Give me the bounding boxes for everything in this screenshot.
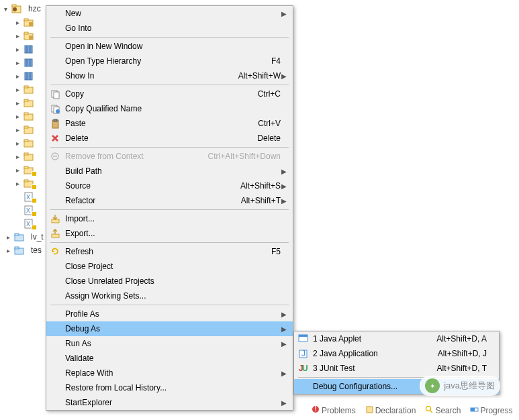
expand-icon[interactable]: ▾ <box>1 5 9 13</box>
context-menu-item-run-as[interactable]: Run As▶ <box>46 336 293 351</box>
expand-icon[interactable]: ▸ <box>13 32 21 40</box>
refresh-icon <box>49 246 61 257</box>
tree-item[interactable]: ▸ <box>0 136 47 150</box>
svg-rect-29 <box>24 153 28 155</box>
context-menu-item-startexplorer[interactable]: StartExplorer▶ <box>46 395 293 410</box>
tab-declaration[interactable]: Declaration <box>363 404 419 417</box>
context-menu-item-refactor[interactable]: RefactorAlt+Shift+T▶ <box>46 193 293 208</box>
debug-submenu-item-1-java-applet[interactable]: 1 Java AppletAlt+Shift+D, A <box>294 331 499 346</box>
tree-item[interactable]: ▸ <box>0 176 47 190</box>
tree-item[interactable]: ▸ <box>0 42 47 56</box>
separator <box>50 85 289 85</box>
separator <box>50 147 289 148</box>
context-menu-item-restore-from-local-history[interactable]: Restore from Local History... <box>46 380 293 395</box>
context-menu-item-refresh[interactable]: RefreshF5 <box>46 244 293 259</box>
expand-icon[interactable]: ▸ <box>13 72 21 80</box>
separator <box>50 305 289 305</box>
tab-problems[interactable]: !Problems <box>309 404 359 417</box>
separator <box>50 37 289 38</box>
context-menu-item-import[interactable]: Import... <box>46 211 293 226</box>
tree-item[interactable]: ▸ <box>0 83 47 96</box>
expand-icon[interactable]: ▸ <box>13 59 21 66</box>
expand-icon[interactable]: ▸ <box>13 166 21 174</box>
src-icon <box>23 30 35 41</box>
search-icon <box>425 405 434 416</box>
svg-rect-45 <box>54 92 59 99</box>
expand-icon[interactable]: ▸ <box>13 140 21 147</box>
context-menu-item-delete[interactable]: DeleteDelete <box>46 131 293 146</box>
svg-text:J: J <box>301 349 305 358</box>
context-menu-item-close-project[interactable]: Close Project <box>46 259 293 274</box>
context-menu: New▶Go IntoOpen in New WindowOpen Type H… <box>46 5 293 411</box>
tree-item[interactable]: ▸ <box>0 29 47 42</box>
context-menu-item-close-unrelated-projects[interactable]: Close Unrelated Projects <box>46 274 293 288</box>
svg-rect-62 <box>367 407 373 413</box>
debug-submenu-item-2-java-application[interactable]: J2 Java ApplicationAlt+Shift+D, J <box>294 346 499 361</box>
fld-icon <box>23 178 35 189</box>
context-menu-item-go-into[interactable]: Go Into <box>46 21 293 36</box>
tab-search[interactable]: Search <box>422 404 463 417</box>
context-menu-item-new[interactable]: New▶ <box>46 6 293 21</box>
tree-item[interactable]: ▸ <box>0 56 47 69</box>
context-menu-item-open-type-hierarchy[interactable]: Open Type HierarchyF4 <box>46 54 293 68</box>
svg-rect-52 <box>52 219 59 223</box>
decl-icon <box>365 405 374 416</box>
tree-item[interactable]: x <box>0 217 47 230</box>
context-menu-item-show-in[interactable]: Show InAlt+Shift+W▶ <box>46 68 293 83</box>
menu-shortcut: Alt+Shift+D, T <box>437 364 487 373</box>
context-menu-item-validate[interactable]: Validate <box>46 351 293 366</box>
tab-progress[interactable]: Progress <box>467 404 515 417</box>
expand-icon[interactable]: ▸ <box>13 126 21 134</box>
menu-label: Debug As <box>65 324 281 333</box>
context-menu-item-profile-as[interactable]: Profile As▶ <box>46 307 293 321</box>
blank-icon <box>49 8 61 19</box>
tree-item[interactable]: ▸ <box>0 109 47 123</box>
tree-item[interactable]: ▸ <box>0 150 47 163</box>
tree-item[interactable]: ▸ <box>0 163 47 176</box>
tree-item-tes[interactable]: ▸ tes <box>0 244 47 257</box>
context-menu-item-replace-with[interactable]: Replace With▶ <box>46 366 293 380</box>
tree-item-lv[interactable]: ▸ lv_t <box>0 230 47 244</box>
project-tree: ▾ hzc ▸▸▸▸▸▸▸▸▸▸▸▸▸xxx ▸ lv_t ▸ tes <box>0 2 47 257</box>
tree-item[interactable]: x <box>0 203 47 217</box>
progress-icon <box>470 405 479 416</box>
tree-item[interactable]: ▸ <box>0 123 47 136</box>
expand-icon[interactable]: ▸ <box>4 247 12 254</box>
tree-item[interactable]: ▸ <box>0 69 47 83</box>
context-menu-item-open-in-new-window[interactable]: Open in New Window <box>46 39 293 54</box>
menu-label: Close Unrelated Projects <box>65 276 281 286</box>
menu-label: Profile As <box>65 309 281 319</box>
blank-icon <box>49 323 61 334</box>
expand-icon[interactable]: ▸ <box>13 180 21 187</box>
expand-icon[interactable]: ▸ <box>13 46 21 53</box>
submenu-arrow-icon: ▶ <box>281 311 287 318</box>
tree-item[interactable]: ▸ <box>0 15 47 29</box>
context-menu-item-debug-as[interactable]: Debug As▶ <box>46 321 293 336</box>
tree-item[interactable]: x <box>0 190 47 203</box>
menu-label: Run As <box>65 339 281 348</box>
menu-label: Go Into <box>65 23 281 33</box>
svg-text:!: ! <box>314 405 316 413</box>
submenu-arrow-icon: ▶ <box>281 72 287 80</box>
svg-rect-15 <box>25 72 27 80</box>
expand-icon[interactable]: ▸ <box>13 99 21 107</box>
context-menu-item-copy-qualified-name[interactable]: Copy Qualified Name <box>46 101 293 116</box>
context-menu-item-paste[interactable]: PasteCtrl+V <box>46 116 293 131</box>
debug-submenu-item-3-junit-test[interactable]: JU3 JUnit TestAlt+Shift+D, T <box>294 361 499 376</box>
context-menu-item-copy[interactable]: CopyCtrl+C <box>46 87 293 101</box>
tree-item[interactable]: ▸ <box>0 96 47 109</box>
expand-icon[interactable]: ▸ <box>4 233 12 241</box>
blank-icon <box>49 195 61 206</box>
delete-icon <box>49 133 61 144</box>
expand-icon[interactable]: ▸ <box>13 86 21 93</box>
context-menu-item-export[interactable]: Export... <box>46 226 293 241</box>
expand-icon[interactable]: ▸ <box>13 153 21 160</box>
blank-icon <box>49 276 61 286</box>
expand-icon[interactable]: ▸ <box>13 113 21 120</box>
tree-root[interactable]: ▾ hzc <box>0 2 47 15</box>
context-menu-item-build-path[interactable]: Build Path▶ <box>46 164 293 178</box>
expand-icon[interactable]: ▸ <box>13 19 21 26</box>
context-menu-item-source[interactable]: SourceAlt+Shift+S▶ <box>46 178 293 193</box>
context-menu-item-assign-working-sets[interactable]: Assign Working Sets... <box>46 288 293 303</box>
svg-rect-17 <box>30 72 32 80</box>
